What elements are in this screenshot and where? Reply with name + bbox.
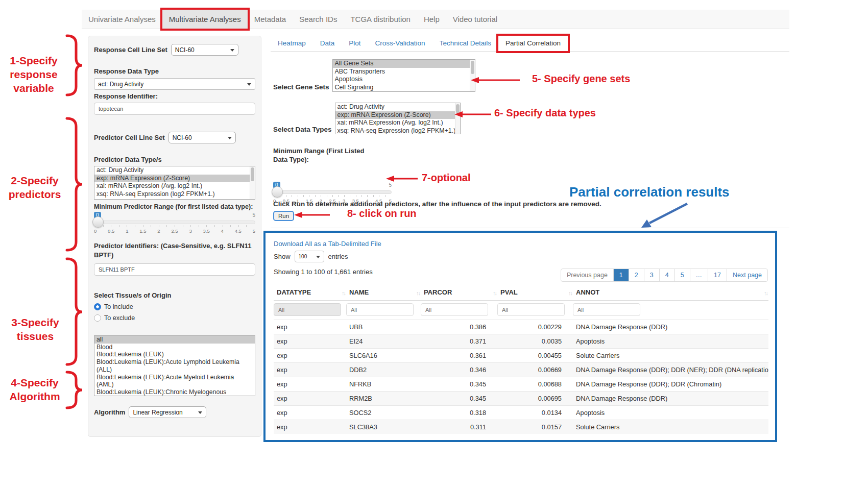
data-type-option[interactable]: xai: mRNA Expression (Avg. log2 Int.): [335, 119, 460, 127]
tab-heatmap[interactable]: Heatmap: [271, 36, 313, 51]
slider-thumb[interactable]: [92, 216, 104, 228]
brace-step2: [65, 116, 84, 252]
results-table: DATATYPE NAME PARCOR PVAL ANNOT: [274, 284, 768, 434]
predictor-data-type-option[interactable]: xai: mRNA Expression (Avg. log2 Int.): [94, 182, 255, 190]
tissue-listbox: all Blood Blood:Leukemia (LEUK) Blood:Le…: [94, 335, 255, 396]
nav-video-tutorial[interactable]: Video tutorial: [446, 10, 504, 29]
filter-datatype-input[interactable]: [274, 303, 341, 316]
tissue-include-radio[interactable]: [94, 303, 101, 310]
tab-data[interactable]: Data: [313, 36, 342, 51]
divider: [271, 228, 789, 228]
filter-name-input[interactable]: [346, 303, 414, 316]
nav-tcga-distribution[interactable]: TCGA distribution: [344, 10, 417, 29]
tab-technical-details[interactable]: Technical Details: [432, 36, 498, 51]
download-all-link[interactable]: Download All as a Tab-Delimited File: [274, 240, 381, 248]
predictor-identifiers-input[interactable]: [94, 263, 255, 276]
gene-sets-label: Select Gene Sets: [273, 83, 329, 92]
slider-thumb[interactable]: [272, 186, 283, 198]
annotation-step4: 4-Specify Algorithm: [5, 376, 64, 403]
table-row[interactable]: exp SLC38A3 0.311 0.0157 Solute Carriers: [274, 420, 768, 434]
tab-cross-validation[interactable]: Cross-Validation: [368, 36, 432, 51]
listbox-scrollbar[interactable]: [470, 60, 475, 91]
listbox-scrollbar[interactable]: [455, 103, 460, 134]
predictor-cell-line-set-select-wrap: NCI-60: [168, 132, 236, 143]
cell-pval: 0.00688: [497, 377, 573, 392]
tissue-option[interactable]: Blood: [94, 344, 255, 351]
nav-search-ids[interactable]: Search IDs: [293, 10, 344, 29]
column-header-datatype[interactable]: DATATYPE: [274, 284, 346, 301]
partial-correlation-results-panel: Download All as a Tab-Delimited File Sho…: [263, 231, 777, 442]
data-type-option-selected[interactable]: exp: mRNA Expression (Z-Score): [335, 111, 460, 119]
filter-pval-input[interactable]: [497, 303, 565, 316]
run-button[interactable]: Run: [273, 211, 294, 221]
column-header-pval[interactable]: PVAL: [497, 284, 573, 301]
gene-set-option-selected[interactable]: All Gene Sets: [333, 60, 475, 68]
tissue-option[interactable]: Blood:Leukemia (LEUK):Acute Lymphoid Leu…: [94, 358, 255, 373]
show-entries-select[interactable]: 100: [295, 251, 324, 262]
nav-metadata[interactable]: Metadata: [248, 10, 293, 29]
predictor-data-type-option-selected[interactable]: exp: mRNA Expression (Z-Score): [94, 175, 255, 183]
filter-annot-input[interactable]: [573, 303, 640, 316]
gene-set-option[interactable]: ABC Transporters: [333, 68, 475, 76]
table-row[interactable]: exp SOCS2 0.318 0.0134 Apoptosis: [274, 406, 768, 420]
gene-set-option[interactable]: Apoptosis: [333, 76, 475, 84]
sort-icon[interactable]: [342, 289, 345, 297]
tissue-option[interactable]: Blood:Leukemia (LEUK):Acute Myeloid Leuk…: [94, 374, 255, 388]
cell-parcor: 0.318: [421, 406, 497, 420]
result-tabbar: Heatmap Data Plot Cross-Validation Techn…: [271, 36, 789, 52]
cell-datatype: exp: [274, 406, 346, 420]
nav-univariate-analyses[interactable]: Univariate Analyses: [82, 10, 162, 29]
listbox-scrollbar[interactable]: [250, 166, 255, 199]
page-button-3[interactable]: 3: [644, 269, 659, 281]
tab-plot[interactable]: Plot: [342, 36, 368, 51]
cell-datatype: exp: [274, 377, 346, 392]
next-page-button[interactable]: Next page: [727, 269, 767, 281]
brace-step1: [65, 34, 84, 97]
nav-help[interactable]: Help: [417, 10, 446, 29]
slider-tickmarks: [95, 225, 254, 227]
gene-sets-listbox: All Gene Sets ABC Transporters Apoptosis…: [332, 59, 475, 92]
min-range-label: Minimum Range (First Listed Data Type):: [273, 147, 365, 164]
page-button-1[interactable]: 1: [613, 269, 629, 281]
cell-annot: Apoptosis: [573, 406, 768, 420]
page-button-17[interactable]: 17: [708, 269, 727, 281]
nav-multivariate-analyses[interactable]: Multivariate Analyses: [162, 10, 248, 29]
algorithm-select[interactable]: Linear Regression: [129, 406, 206, 418]
response-identifier-input[interactable]: [94, 103, 255, 115]
slider-track[interactable]: [94, 221, 255, 224]
table-row[interactable]: exp NFRKB 0.345 0.00688 DNA Damage Respo…: [274, 377, 768, 392]
page-button-2[interactable]: 2: [629, 269, 644, 281]
tissue-option[interactable]: Blood:Leukemia (LEUK): [94, 351, 255, 358]
predictor-cell-line-set-select[interactable]: NCI-60: [168, 132, 236, 143]
tissue-option[interactable]: Blood:Leukemia (LEUK):Chronic Myelogenou…: [94, 388, 255, 396]
cell-parcor: 0.361: [421, 349, 497, 363]
data-type-option[interactable]: xsq: RNA-seq Expression (log2 FPKM+1.): [335, 127, 460, 135]
sort-icon[interactable]: [568, 289, 572, 297]
sort-icon[interactable]: [493, 289, 496, 297]
tissue-option-selected[interactable]: all: [94, 336, 255, 344]
tab-partial-correlation[interactable]: Partial Correlation: [498, 36, 568, 51]
column-header-name[interactable]: NAME: [346, 284, 421, 301]
previous-page-button[interactable]: Previous page: [561, 269, 613, 281]
response-data-type-select[interactable]: act: Drug Activity: [94, 78, 255, 90]
table-row[interactable]: exp DDB2 0.346 0.00669 DNA Damage Respon…: [274, 363, 768, 377]
gene-set-option[interactable]: Cell Signaling: [333, 84, 475, 92]
cell-datatype: exp: [274, 349, 346, 363]
response-cell-line-set-select[interactable]: NCI-60: [171, 44, 238, 56]
filter-parcor-input[interactable]: [421, 303, 488, 316]
tissue-exclude-radio[interactable]: [94, 314, 101, 322]
table-row[interactable]: exp EI24 0.371 0.0035 Apoptosis: [274, 334, 768, 349]
data-type-option[interactable]: act: Drug Activity: [335, 103, 460, 111]
table-row[interactable]: exp RRM2B 0.345 0.00695 DNA Damage Respo…: [274, 392, 768, 406]
table-row[interactable]: exp SLC6A16 0.361 0.00455 Solute Carrier…: [274, 349, 768, 363]
predictor-data-type-option[interactable]: xsq: RNA-seq Expression (log2 FPKM+1.): [94, 190, 255, 199]
predictor-data-type-option[interactable]: act: Drug Activity: [94, 166, 255, 175]
page-button-5[interactable]: 5: [674, 269, 690, 281]
sort-icon[interactable]: [416, 289, 420, 297]
column-header-annot[interactable]: ANNOT: [573, 284, 768, 301]
sort-icon[interactable]: [764, 289, 767, 297]
page-button-4[interactable]: 4: [659, 269, 674, 281]
column-header-parcor[interactable]: PARCOR: [421, 284, 497, 301]
slider-track[interactable]: [273, 190, 392, 194]
table-row[interactable]: exp UBB 0.386 0.00229 DNA Damage Respons…: [274, 320, 768, 334]
